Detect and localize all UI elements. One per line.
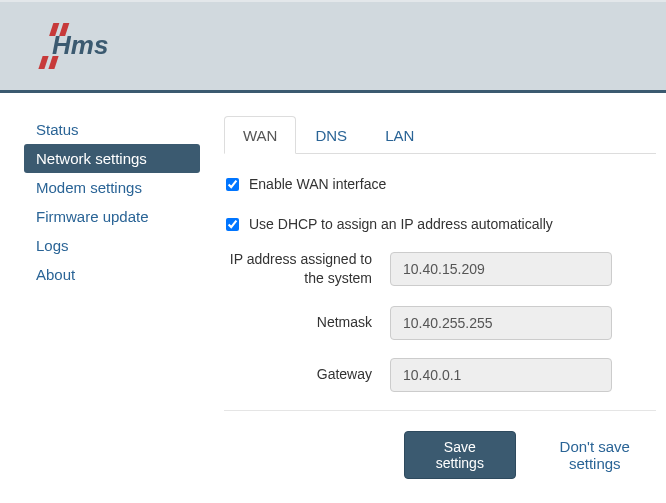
brand-logo: Hms xyxy=(34,21,132,71)
dont-save-button[interactable]: Don't save settings xyxy=(534,438,656,472)
sidebar-item-status[interactable]: Status xyxy=(24,115,200,144)
gateway-row: Gateway xyxy=(224,358,656,392)
content: Status Network settings Modem settings F… xyxy=(0,93,666,479)
enable-wan-label: Enable WAN interface xyxy=(249,176,386,192)
ip-label: IP address assigned to the system xyxy=(224,250,390,288)
tab-dns[interactable]: DNS xyxy=(296,116,366,154)
divider xyxy=(224,410,656,411)
enable-wan-row: Enable WAN interface xyxy=(224,176,656,192)
tab-wan[interactable]: WAN xyxy=(224,116,296,154)
tab-lan[interactable]: LAN xyxy=(366,116,433,154)
save-button[interactable]: Save settings xyxy=(404,431,516,479)
gateway-input[interactable] xyxy=(390,358,612,392)
sidebar-item-logs[interactable]: Logs xyxy=(24,231,200,260)
svg-rect-2 xyxy=(38,56,48,69)
sidebar: Status Network settings Modem settings F… xyxy=(0,115,200,479)
netmask-row: Netmask xyxy=(224,306,656,340)
use-dhcp-row: Use DHCP to assign an IP address automat… xyxy=(224,216,656,232)
header: Hms xyxy=(0,0,666,93)
ip-row: IP address assigned to the system xyxy=(224,250,656,288)
tabs: WAN DNS LAN xyxy=(224,115,656,154)
use-dhcp-label: Use DHCP to assign an IP address automat… xyxy=(249,216,553,232)
use-dhcp-checkbox[interactable] xyxy=(226,218,239,231)
sidebar-item-about[interactable]: About xyxy=(24,260,200,289)
main-panel: WAN DNS LAN Enable WAN interface Use DHC… xyxy=(200,115,666,479)
netmask-label: Netmask xyxy=(224,313,390,332)
sidebar-item-modem-settings[interactable]: Modem settings xyxy=(24,173,200,202)
enable-wan-checkbox[interactable] xyxy=(226,178,239,191)
svg-text:Hms: Hms xyxy=(52,30,108,60)
ip-input[interactable] xyxy=(390,252,612,286)
sidebar-item-firmware-update[interactable]: Firmware update xyxy=(24,202,200,231)
sidebar-item-network-settings[interactable]: Network settings xyxy=(24,144,200,173)
netmask-input[interactable] xyxy=(390,306,612,340)
gateway-label: Gateway xyxy=(224,365,390,384)
actions-row: Save settings Don't save settings xyxy=(224,431,656,479)
